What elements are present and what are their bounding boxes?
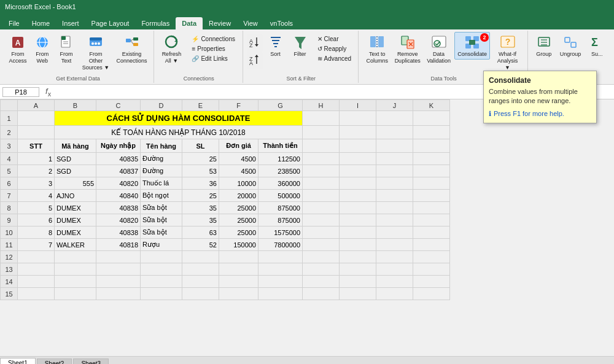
cell-I3[interactable] xyxy=(340,139,376,153)
refresh-all-btn[interactable]: RefreshAll ▼ xyxy=(158,32,185,66)
cell-A15[interactable] xyxy=(18,288,55,300)
sort-btn[interactable]: Sort xyxy=(264,32,287,60)
cell-F4[interactable]: 4500 xyxy=(219,153,258,165)
cell-J14[interactable] xyxy=(376,276,413,288)
cell-I10[interactable] xyxy=(340,227,376,239)
sort-az-btn[interactable]: AZ xyxy=(247,34,263,52)
cell-B4[interactable]: SGD xyxy=(55,153,96,165)
cell-I15[interactable] xyxy=(340,288,376,300)
cell-C15[interactable] xyxy=(96,288,141,300)
cell-F15[interactable] xyxy=(219,288,258,300)
cell-J5[interactable] xyxy=(376,165,413,177)
cell-A7[interactable]: 4 xyxy=(18,190,55,202)
cell-C7[interactable]: 40840 xyxy=(96,190,141,202)
cell-A5[interactable]: 2 xyxy=(18,165,55,177)
remove-duplicates-btn[interactable]: RemoveDuplicates xyxy=(392,32,423,66)
cell-H12[interactable] xyxy=(303,251,340,263)
cell-E14[interactable] xyxy=(182,276,219,288)
cell-E6[interactable]: 36 xyxy=(182,177,219,190)
cell-D13[interactable] xyxy=(141,263,182,276)
reapply-btn[interactable]: ↺ Reapply xyxy=(313,44,356,53)
cell-C13[interactable] xyxy=(96,263,141,276)
cell-H7[interactable] xyxy=(303,190,340,202)
clear-btn[interactable]: ✕ Clear xyxy=(313,34,356,44)
cell-A6[interactable]: 3 xyxy=(18,177,55,190)
cell-C12[interactable] xyxy=(96,251,141,263)
cell-K4[interactable] xyxy=(413,153,450,165)
cell-E3[interactable]: SL xyxy=(182,139,219,153)
cell-E4[interactable]: 25 xyxy=(182,153,219,165)
cell-F8[interactable]: 25000 xyxy=(219,202,258,214)
cell-G4[interactable]: 112500 xyxy=(258,153,303,165)
cell-K12[interactable] xyxy=(413,251,450,263)
cell-G9[interactable]: 875000 xyxy=(258,214,303,227)
cell-I1[interactable] xyxy=(340,111,376,126)
cell-A12[interactable] xyxy=(18,251,55,263)
tab-data[interactable]: Data xyxy=(176,17,203,29)
cell-B3[interactable]: Mã hàng xyxy=(55,139,96,153)
cell-K15[interactable] xyxy=(413,288,450,300)
cell-E15[interactable] xyxy=(182,288,219,300)
cell-A2[interactable] xyxy=(18,126,55,139)
cell-J8[interactable] xyxy=(376,202,413,214)
cell-I5[interactable] xyxy=(340,165,376,177)
sheet-tab-2[interactable]: Sheet2 xyxy=(37,358,72,365)
cell-K1[interactable] xyxy=(413,111,450,126)
cell-D8[interactable]: Sữa bột xyxy=(141,202,182,214)
cell-K2[interactable] xyxy=(413,126,450,139)
cell-G8[interactable]: 875000 xyxy=(258,202,303,214)
cell-I6[interactable] xyxy=(340,177,376,190)
cell-J15[interactable] xyxy=(376,288,413,300)
cell-E9[interactable]: 35 xyxy=(182,214,219,227)
cell-B13[interactable] xyxy=(55,263,96,276)
cell-A9[interactable]: 6 xyxy=(18,214,55,227)
filter-btn[interactable]: Filter xyxy=(289,32,312,60)
cell-I11[interactable] xyxy=(340,239,376,251)
cell-H11[interactable] xyxy=(303,239,340,251)
tab-review[interactable]: Review xyxy=(203,17,237,29)
cell-E13[interactable] xyxy=(182,263,219,276)
cell-E10[interactable]: 63 xyxy=(182,227,219,239)
cell-F12[interactable] xyxy=(219,251,258,263)
cell-H10[interactable] xyxy=(303,227,340,239)
cell-D6[interactable]: Thuốc lá xyxy=(141,177,182,190)
cell-F13[interactable] xyxy=(219,263,258,276)
cell-K6[interactable] xyxy=(413,177,450,190)
cell-F9[interactable]: 25000 xyxy=(219,214,258,227)
cell-I9[interactable] xyxy=(340,214,376,227)
cell-A10[interactable]: 8 xyxy=(18,227,55,239)
cell-J7[interactable] xyxy=(376,190,413,202)
from-text-btn[interactable]: FromText xyxy=(55,32,77,66)
tab-home[interactable]: Home xyxy=(26,17,56,29)
cell-G3[interactable]: Thành tiền xyxy=(258,139,303,153)
existing-connections-btn[interactable]: ExistingConnections xyxy=(114,32,150,66)
cell-K11[interactable] xyxy=(413,239,450,251)
tab-formulas[interactable]: Formulas xyxy=(135,17,176,29)
properties-btn[interactable]: ≡ Properties xyxy=(187,44,239,53)
cell-G14[interactable] xyxy=(258,276,303,288)
cell-D7[interactable]: Bột ngọt xyxy=(141,190,182,202)
cell-A4[interactable]: 1 xyxy=(18,153,55,165)
cell-B2[interactable]: KẾ TOÁN HÀNG NHẬP THÁNG 10/2018 xyxy=(55,126,303,139)
cell-J3[interactable] xyxy=(376,139,413,153)
cell-A14[interactable] xyxy=(18,276,55,288)
cell-G15[interactable] xyxy=(258,288,303,300)
from-other-btn[interactable]: From OtherSources ▼ xyxy=(79,32,113,72)
cell-H1[interactable] xyxy=(303,111,340,126)
connections-btn[interactable]: ⚡ Connections xyxy=(187,34,239,44)
cell-I7[interactable] xyxy=(340,190,376,202)
cell-K14[interactable] xyxy=(413,276,450,288)
cell-D3[interactable]: Tên hàng xyxy=(141,139,182,153)
cell-C8[interactable]: 40838 xyxy=(96,202,141,214)
cell-D4[interactable]: Đường xyxy=(141,153,182,165)
tab-file[interactable]: File xyxy=(2,17,26,29)
cell-K9[interactable] xyxy=(413,214,450,227)
cell-J12[interactable] xyxy=(376,251,413,263)
from-web-btn[interactable]: FromWeb xyxy=(31,32,53,66)
cell-C5[interactable]: 40837 xyxy=(96,165,141,177)
cell-D10[interactable]: Sữa bột xyxy=(141,227,182,239)
cell-B7[interactable]: AJNO xyxy=(55,190,96,202)
cell-K7[interactable] xyxy=(413,190,450,202)
cell-K5[interactable] xyxy=(413,165,450,177)
cell-I13[interactable] xyxy=(340,263,376,276)
